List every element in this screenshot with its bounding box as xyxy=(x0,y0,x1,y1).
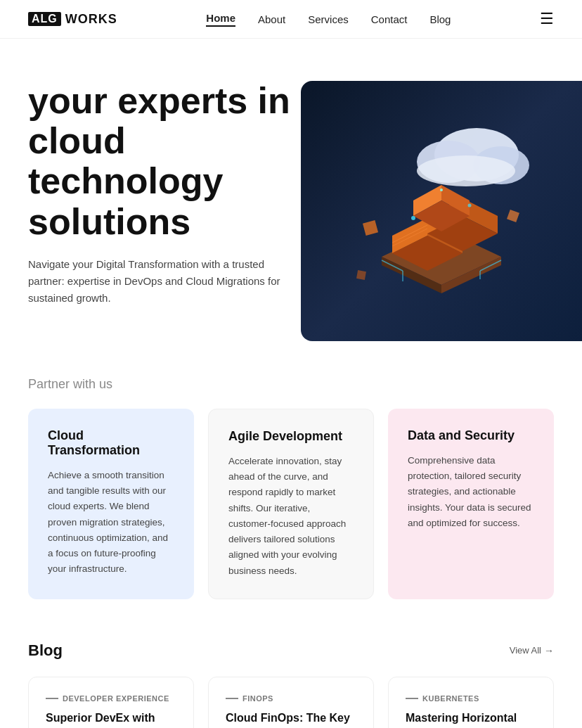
nav-links: Home About Services Contact Blog xyxy=(206,12,451,27)
arrow-right-icon: → xyxy=(544,645,554,656)
hero-subtitle: Navigate your Digital Transformation wit… xyxy=(28,256,281,307)
blog-post-title-2: Cloud FinOps: The Key to Unlocking Value… xyxy=(226,711,356,728)
hero-text-block: your experts in cloud technology solutio… xyxy=(28,81,309,307)
card-data-security: Data and Security Comprehensive data pro… xyxy=(388,409,554,599)
blog-tag-3: KUBERNETES xyxy=(406,694,536,703)
svg-point-27 xyxy=(440,189,443,191)
cloud-illustration xyxy=(301,81,582,341)
svg-point-3 xyxy=(417,155,515,186)
tag-dash-icon-2 xyxy=(226,698,238,699)
hero-title: your experts in cloud technology solutio… xyxy=(28,81,309,242)
card-body-3: Comprehensive data protection, tailored … xyxy=(408,453,534,531)
blog-tag-2: FINOPS xyxy=(226,694,356,703)
blog-post-1[interactable]: DEVELOPER EXPERIENCE Superior DevEx with… xyxy=(28,677,194,728)
partner-label: Partner with us xyxy=(28,377,554,392)
blog-post-title-1: Superior DevEx with Internal Developer P… xyxy=(46,711,176,728)
hamburger-icon[interactable]: ☰ xyxy=(540,10,554,28)
card-title-1: Cloud Transformation xyxy=(48,428,174,458)
blog-title: Blog xyxy=(28,641,63,660)
nav-blog[interactable]: Blog xyxy=(429,13,451,25)
blog-grid: DEVELOPER EXPERIENCE Superior DevEx with… xyxy=(28,677,554,728)
nav-services[interactable]: Services xyxy=(308,13,349,25)
svg-rect-24 xyxy=(356,270,366,280)
nav-contact[interactable]: Contact xyxy=(371,13,408,25)
card-body-2: Accelerate innovation, stay ahead of the… xyxy=(228,454,354,579)
partner-cards-grid: Cloud Transformation Achieve a smooth tr… xyxy=(28,409,554,599)
blog-post-2[interactable]: FINOPS Cloud FinOps: The Key to Unlockin… xyxy=(208,677,374,728)
logo-works: WORKS xyxy=(65,12,117,27)
card-title-3: Data and Security xyxy=(408,428,534,443)
svg-point-26 xyxy=(468,204,472,207)
blog-post-3[interactable]: KUBERNETES Mastering Horizontal Pod Auto… xyxy=(388,677,554,728)
card-agile-development: Agile Development Accelerate innovation,… xyxy=(208,409,374,599)
blog-tag-1: DEVELOPER EXPERIENCE xyxy=(46,694,176,703)
card-title-2: Agile Development xyxy=(228,429,354,444)
blog-section: Blog View All → DEVELOPER EXPERIENCE Sup… xyxy=(0,613,582,728)
card-cloud-transformation: Cloud Transformation Achieve a smooth tr… xyxy=(28,409,194,599)
navbar: ALG WORKS Home About Services Contact Bl… xyxy=(0,0,582,39)
view-all-link[interactable]: View All → xyxy=(510,645,554,656)
svg-point-25 xyxy=(411,216,415,220)
logo-alg: ALG xyxy=(28,12,61,26)
svg-rect-22 xyxy=(363,220,378,236)
blog-header: Blog View All → xyxy=(28,641,554,660)
card-body-1: Achieve a smooth transition and tangible… xyxy=(48,468,174,577)
hero-image xyxy=(301,81,582,341)
nav-about[interactable]: About xyxy=(258,13,285,25)
nav-home[interactable]: Home xyxy=(206,12,235,27)
partner-section: Partner with us Cloud Transformation Ach… xyxy=(0,349,582,613)
svg-rect-23 xyxy=(507,210,519,222)
blog-post-title-3: Mastering Horizontal Pod Autoscaling in … xyxy=(406,711,536,728)
tag-dash-icon-3 xyxy=(406,698,418,699)
logo[interactable]: ALG WORKS xyxy=(28,12,117,27)
hero-section: your experts in cloud technology solutio… xyxy=(0,39,582,349)
view-all-label: View All xyxy=(510,645,541,656)
tag-dash-icon-1 xyxy=(46,698,58,699)
